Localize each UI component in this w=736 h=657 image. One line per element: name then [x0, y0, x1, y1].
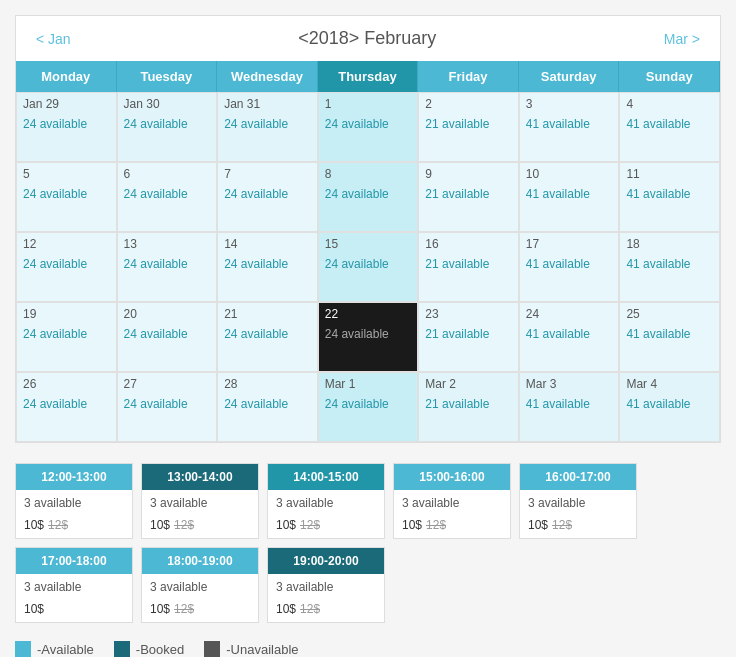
cell-availability: 41 available	[626, 327, 713, 341]
calendar-cell[interactable]: 2724 available	[117, 372, 218, 442]
price-old: 12$	[300, 602, 320, 616]
weekday-friday: Friday	[418, 61, 519, 92]
cell-availability: 41 available	[626, 257, 713, 271]
cell-availability: 21 available	[425, 117, 512, 131]
cell-availability: 24 available	[224, 187, 311, 201]
cell-date: 22	[325, 307, 412, 321]
calendar-cell[interactable]: 1621 available	[418, 232, 519, 302]
weekday-wednesday: Wednesday	[217, 61, 318, 92]
timeslot-card[interactable]: 17:00-18:003 available10$	[15, 547, 133, 623]
calendar-cell[interactable]: 524 available	[16, 162, 117, 232]
calendar-cell[interactable]: 2321 available	[418, 302, 519, 372]
prev-month-link[interactable]: < Jan	[36, 31, 71, 47]
legend-booked: -Booked	[114, 641, 184, 657]
cell-availability: 24 available	[124, 187, 211, 201]
price-old: 12$	[174, 518, 194, 532]
calendar-cell[interactable]: 2541 available	[619, 302, 720, 372]
price-current: 10$	[276, 518, 296, 532]
calendar-cell[interactable]: 1224 available	[16, 232, 117, 302]
calendar-cell[interactable]: 1041 available	[519, 162, 620, 232]
timeslot-card[interactable]: 18:00-19:003 available10$12$	[141, 547, 259, 623]
calendar-cell[interactable]: 341 available	[519, 92, 620, 162]
cell-availability: 24 available	[23, 257, 110, 271]
calendar-cell[interactable]: 724 available	[217, 162, 318, 232]
calendar-cell[interactable]: 2224 available	[318, 302, 419, 372]
legend-unavailable-box	[204, 641, 220, 657]
timeslot-header: 15:00-16:00	[394, 464, 510, 490]
legend-available-label: -Available	[37, 642, 94, 657]
cell-date: 21	[224, 307, 311, 321]
calendar-cell[interactable]: Jan 3124 available	[217, 92, 318, 162]
cell-date: Jan 31	[224, 97, 311, 111]
calendar-cell[interactable]: Mar 341 available	[519, 372, 620, 442]
cell-availability: 24 available	[325, 187, 412, 201]
cell-date: Jan 30	[124, 97, 211, 111]
timeslot-price: 10$	[24, 602, 124, 616]
legend: -Available -Booked -Unavailable	[15, 641, 721, 657]
timeslot-card[interactable]: 14:00-15:003 available10$12$	[267, 463, 385, 539]
cell-date: 1	[325, 97, 412, 111]
cell-availability: 24 available	[325, 257, 412, 271]
timeslot-header: 19:00-20:00	[268, 548, 384, 574]
calendar-cell[interactable]: 824 available	[318, 162, 419, 232]
timeslot-availability: 3 available	[402, 496, 502, 510]
calendar-cell[interactable]: Jan 2924 available	[16, 92, 117, 162]
timeslot-body: 3 available10$12$	[142, 490, 258, 538]
timeslot-card[interactable]: 13:00-14:003 available10$12$	[141, 463, 259, 539]
timeslot-price: 10$12$	[24, 518, 124, 532]
cell-availability: 24 available	[23, 397, 110, 411]
timeslot-card[interactable]: 16:00-17:003 available10$12$	[519, 463, 637, 539]
calendar-cell[interactable]: Mar 221 available	[418, 372, 519, 442]
cell-availability: 21 available	[425, 327, 512, 341]
calendar-cell[interactable]: 1741 available	[519, 232, 620, 302]
calendar-cell[interactable]: 2441 available	[519, 302, 620, 372]
timeslot-body: 3 available10$12$	[268, 490, 384, 538]
legend-booked-label: -Booked	[136, 642, 184, 657]
cell-date: 10	[526, 167, 613, 181]
calendar-cell[interactable]: 441 available	[619, 92, 720, 162]
price-current: 10$	[150, 602, 170, 616]
calendar-cell[interactable]: 2024 available	[117, 302, 218, 372]
cell-date: 16	[425, 237, 512, 251]
price-old: 12$	[300, 518, 320, 532]
cell-date: 2	[425, 97, 512, 111]
calendar-cell[interactable]: 2624 available	[16, 372, 117, 442]
calendar-cell[interactable]: Mar 124 available	[318, 372, 419, 442]
calendar-cell[interactable]: 2824 available	[217, 372, 318, 442]
cell-availability: 41 available	[626, 397, 713, 411]
timeslot-price: 10$12$	[150, 518, 250, 532]
cell-date: 9	[425, 167, 512, 181]
calendar-cell[interactable]: 1424 available	[217, 232, 318, 302]
next-month-link[interactable]: Mar >	[664, 31, 700, 47]
calendar-cell[interactable]: 124 available	[318, 92, 419, 162]
legend-booked-box	[114, 641, 130, 657]
calendar-cell[interactable]: 1524 available	[318, 232, 419, 302]
cell-date: Mar 4	[626, 377, 713, 391]
calendar-cell[interactable]: Jan 3024 available	[117, 92, 218, 162]
cell-availability: 41 available	[526, 327, 613, 341]
calendar-cell[interactable]: 921 available	[418, 162, 519, 232]
calendar-header: < Jan <2018> February Mar >	[16, 16, 720, 61]
cell-date: Mar 1	[325, 377, 412, 391]
calendar-cell[interactable]: 1924 available	[16, 302, 117, 372]
weekday-thursday: Thursday	[318, 61, 419, 92]
timeslot-price: 10$12$	[276, 602, 376, 616]
timeslot-card[interactable]: 19:00-20:003 available10$12$	[267, 547, 385, 623]
calendar-cell[interactable]: 221 available	[418, 92, 519, 162]
calendar-cell[interactable]: 624 available	[117, 162, 218, 232]
timeslots-section: 12:00-13:003 available10$12$13:00-14:003…	[15, 463, 721, 623]
timeslot-header: 16:00-17:00	[520, 464, 636, 490]
timeslot-body: 3 available10$12$	[520, 490, 636, 538]
calendar-cell[interactable]: 1841 available	[619, 232, 720, 302]
calendar-cell[interactable]: 2124 available	[217, 302, 318, 372]
cell-availability: 24 available	[124, 257, 211, 271]
calendar-cell[interactable]: 1324 available	[117, 232, 218, 302]
price-old: 12$	[174, 602, 194, 616]
cell-availability: 21 available	[425, 397, 512, 411]
calendar-cell[interactable]: Mar 441 available	[619, 372, 720, 442]
cell-date: 26	[23, 377, 110, 391]
timeslot-card[interactable]: 12:00-13:003 available10$12$	[15, 463, 133, 539]
calendar-cell[interactable]: 1141 available	[619, 162, 720, 232]
timeslot-card[interactable]: 15:00-16:003 available10$12$	[393, 463, 511, 539]
timeslot-price: 10$12$	[402, 518, 502, 532]
